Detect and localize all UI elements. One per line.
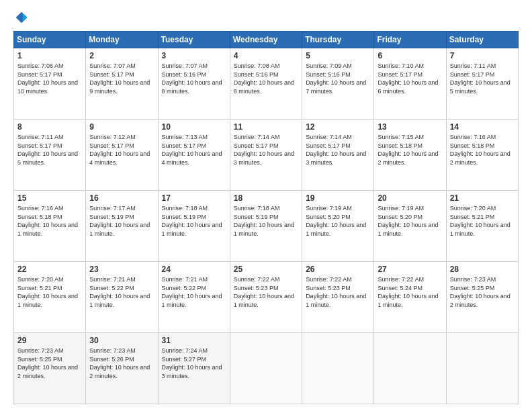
day-number: 6: [378, 51, 442, 60]
calendar-day-cell: 24 Sunrise: 7:21 AM Sunset: 5:22 PM Dayl…: [158, 262, 230, 333]
calendar-day-cell: 26 Sunrise: 7:22 AM Sunset: 5:23 PM Dayl…: [302, 262, 374, 333]
day-number: 18: [234, 193, 298, 203]
calendar-day-cell: 28 Sunrise: 7:23 AM Sunset: 5:25 PM Dayl…: [446, 262, 518, 333]
calendar-day-cell: 30 Sunrise: 7:23 AM Sunset: 5:26 PM Dayl…: [86, 333, 158, 404]
day-info: Sunrise: 7:16 AM Sunset: 5:18 PM Dayligh…: [450, 133, 515, 167]
calendar-day-cell: 25 Sunrise: 7:22 AM Sunset: 5:23 PM Dayl…: [230, 262, 302, 333]
calendar-day-cell: 23 Sunrise: 7:21 AM Sunset: 5:22 PM Dayl…: [86, 262, 158, 333]
calendar-day-cell: 14 Sunrise: 7:16 AM Sunset: 5:18 PM Dayl…: [446, 120, 518, 191]
day-number: 24: [162, 265, 226, 274]
calendar-day-cell: 11 Sunrise: 7:14 AM Sunset: 5:17 PM Dayl…: [230, 120, 302, 191]
day-number: 7: [450, 51, 515, 60]
day-number: 17: [162, 193, 226, 203]
day-number: 1: [17, 51, 82, 60]
logo-icon: [15, 11, 28, 24]
calendar-day-cell: 31 Sunrise: 7:24 AM Sunset: 5:27 PM Dayl…: [158, 333, 230, 404]
calendar-day-cell: 18 Sunrise: 7:18 AM Sunset: 5:19 PM Dayl…: [230, 191, 302, 262]
day-number: 8: [17, 122, 82, 132]
day-info: Sunrise: 7:07 AM Sunset: 5:17 PM Dayligh…: [89, 62, 154, 95]
day-info: Sunrise: 7:14 AM Sunset: 5:17 PM Dayligh…: [234, 133, 298, 167]
calendar-day-cell: [302, 333, 374, 404]
day-info: Sunrise: 7:21 AM Sunset: 5:22 PM Dayligh…: [89, 275, 154, 309]
day-number: 14: [450, 122, 515, 132]
day-number: 20: [378, 193, 442, 203]
calendar-day-cell: 15 Sunrise: 7:16 AM Sunset: 5:18 PM Dayl…: [14, 191, 86, 262]
day-number: 22: [17, 265, 82, 274]
weekday-header-cell: Thursday: [302, 32, 374, 48]
calendar-page: SundayMondayTuesdayWednesdayThursdayFrid…: [0, 0, 532, 411]
day-info: Sunrise: 7:22 AM Sunset: 5:23 PM Dayligh…: [234, 275, 298, 309]
weekday-header-cell: Sunday: [14, 32, 86, 48]
logo: [13, 11, 28, 24]
calendar-day-cell: 7 Sunrise: 7:11 AM Sunset: 5:17 PM Dayli…: [446, 48, 518, 120]
day-info: Sunrise: 7:15 AM Sunset: 5:18 PM Dayligh…: [378, 133, 442, 167]
calendar-day-cell: 4 Sunrise: 7:08 AM Sunset: 5:16 PM Dayli…: [230, 48, 302, 120]
calendar-week-row: 15 Sunrise: 7:16 AM Sunset: 5:18 PM Dayl…: [14, 191, 519, 262]
day-number: 15: [17, 193, 82, 203]
weekday-header-row: SundayMondayTuesdayWednesdayThursdayFrid…: [14, 32, 519, 48]
weekday-header-cell: Wednesday: [230, 32, 302, 48]
calendar-day-cell: [446, 333, 518, 404]
calendar-day-cell: [230, 333, 302, 404]
day-info: Sunrise: 7:22 AM Sunset: 5:23 PM Dayligh…: [306, 275, 370, 309]
calendar-day-cell: 1 Sunrise: 7:06 AM Sunset: 5:17 PM Dayli…: [14, 48, 86, 120]
day-number: 29: [17, 336, 82, 345]
day-info: Sunrise: 7:23 AM Sunset: 5:25 PM Dayligh…: [17, 347, 82, 380]
day-info: Sunrise: 7:19 AM Sunset: 5:20 PM Dayligh…: [306, 204, 370, 238]
weekday-header-cell: Monday: [86, 32, 158, 48]
day-number: 19: [306, 193, 370, 203]
day-number: 12: [306, 122, 370, 132]
calendar-table: SundayMondayTuesdayWednesdayThursdayFrid…: [13, 31, 519, 404]
day-info: Sunrise: 7:10 AM Sunset: 5:17 PM Dayligh…: [378, 62, 442, 95]
weekday-header-cell: Saturday: [446, 32, 518, 48]
day-info: Sunrise: 7:13 AM Sunset: 5:17 PM Dayligh…: [162, 133, 226, 167]
svg-marker-1: [23, 13, 28, 21]
day-info: Sunrise: 7:23 AM Sunset: 5:26 PM Dayligh…: [89, 347, 154, 380]
day-number: 4: [234, 51, 298, 60]
calendar-day-cell: 8 Sunrise: 7:11 AM Sunset: 5:17 PM Dayli…: [14, 120, 86, 191]
day-info: Sunrise: 7:12 AM Sunset: 5:17 PM Dayligh…: [89, 133, 154, 167]
calendar-day-cell: 21 Sunrise: 7:20 AM Sunset: 5:21 PM Dayl…: [446, 191, 518, 262]
calendar-week-row: 8 Sunrise: 7:11 AM Sunset: 5:17 PM Dayli…: [14, 120, 519, 191]
day-number: 27: [378, 265, 442, 274]
calendar-day-cell: 13 Sunrise: 7:15 AM Sunset: 5:18 PM Dayl…: [374, 120, 446, 191]
day-info: Sunrise: 7:06 AM Sunset: 5:17 PM Dayligh…: [17, 62, 82, 95]
day-info: Sunrise: 7:14 AM Sunset: 5:17 PM Dayligh…: [306, 133, 370, 167]
day-info: Sunrise: 7:19 AM Sunset: 5:20 PM Dayligh…: [378, 204, 442, 238]
day-info: Sunrise: 7:21 AM Sunset: 5:22 PM Dayligh…: [162, 275, 226, 309]
calendar-week-row: 22 Sunrise: 7:20 AM Sunset: 5:21 PM Dayl…: [14, 262, 519, 333]
calendar-day-cell: 10 Sunrise: 7:13 AM Sunset: 5:17 PM Dayl…: [158, 120, 230, 191]
day-info: Sunrise: 7:22 AM Sunset: 5:24 PM Dayligh…: [378, 275, 442, 309]
calendar-day-cell: 5 Sunrise: 7:09 AM Sunset: 5:16 PM Dayli…: [302, 48, 374, 120]
calendar-day-cell: 3 Sunrise: 7:07 AM Sunset: 5:16 PM Dayli…: [158, 48, 230, 120]
day-info: Sunrise: 7:24 AM Sunset: 5:27 PM Dayligh…: [162, 347, 226, 380]
day-number: 2: [89, 51, 154, 60]
header: [13, 11, 519, 24]
day-number: 26: [306, 265, 370, 274]
day-number: 30: [89, 336, 154, 345]
calendar-day-cell: 17 Sunrise: 7:18 AM Sunset: 5:19 PM Dayl…: [158, 191, 230, 262]
calendar-day-cell: [374, 333, 446, 404]
day-info: Sunrise: 7:20 AM Sunset: 5:21 PM Dayligh…: [450, 204, 515, 238]
calendar-day-cell: 6 Sunrise: 7:10 AM Sunset: 5:17 PM Dayli…: [374, 48, 446, 120]
day-info: Sunrise: 7:18 AM Sunset: 5:19 PM Dayligh…: [162, 204, 226, 238]
day-number: 28: [450, 265, 515, 274]
calendar-day-cell: 22 Sunrise: 7:20 AM Sunset: 5:21 PM Dayl…: [14, 262, 86, 333]
day-number: 21: [450, 193, 515, 203]
day-number: 25: [234, 265, 298, 274]
calendar-day-cell: 27 Sunrise: 7:22 AM Sunset: 5:24 PM Dayl…: [374, 262, 446, 333]
day-number: 23: [89, 265, 154, 274]
day-number: 13: [378, 122, 442, 132]
calendar-day-cell: 2 Sunrise: 7:07 AM Sunset: 5:17 PM Dayli…: [86, 48, 158, 120]
calendar-day-cell: 16 Sunrise: 7:17 AM Sunset: 5:19 PM Dayl…: [86, 191, 158, 262]
day-number: 16: [89, 193, 154, 203]
calendar-day-cell: 9 Sunrise: 7:12 AM Sunset: 5:17 PM Dayli…: [86, 120, 158, 191]
day-info: Sunrise: 7:23 AM Sunset: 5:25 PM Dayligh…: [450, 275, 515, 309]
weekday-header-cell: Tuesday: [158, 32, 230, 48]
day-info: Sunrise: 7:07 AM Sunset: 5:16 PM Dayligh…: [162, 62, 226, 95]
day-number: 10: [162, 122, 226, 132]
day-number: 3: [162, 51, 226, 60]
day-info: Sunrise: 7:20 AM Sunset: 5:21 PM Dayligh…: [17, 275, 82, 309]
calendar-week-row: 1 Sunrise: 7:06 AM Sunset: 5:17 PM Dayli…: [14, 48, 519, 120]
day-number: 31: [162, 336, 226, 345]
